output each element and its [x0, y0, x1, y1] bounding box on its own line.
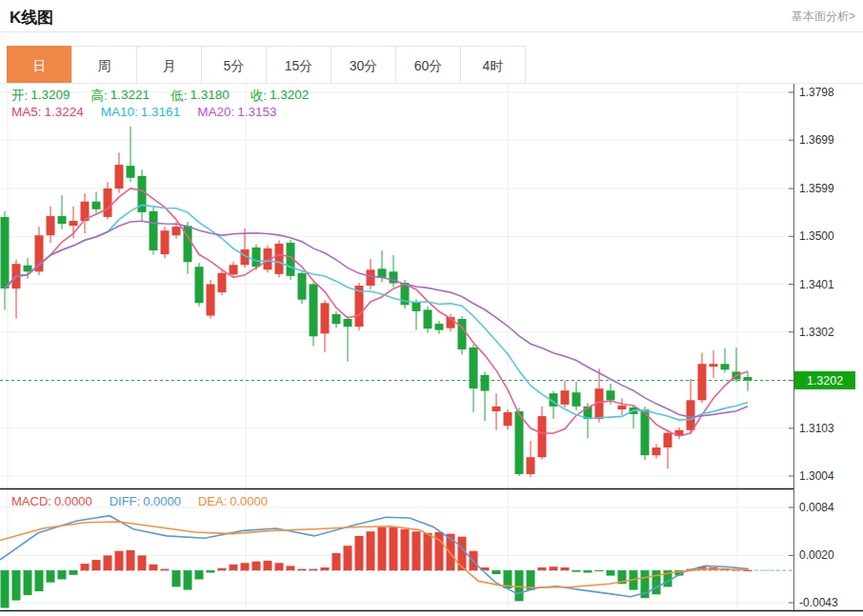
tab-week[interactable]: 周 [71, 46, 137, 84]
tab-4hour[interactable]: 4时 [460, 46, 526, 84]
svg-text:1.3599: 1.3599 [799, 182, 834, 195]
tab-month[interactable]: 月 [136, 46, 202, 84]
svg-text:0.0084: 0.0084 [799, 501, 834, 514]
tab-5min[interactable]: 5分 [201, 46, 267, 84]
svg-text:0.0020: 0.0020 [799, 548, 834, 562]
svg-text:1.3004: 1.3004 [799, 469, 834, 483]
kline-widget: K线图 基本面分析> 日 周 月 5分 15分 30分 60分 4时 1.379… [0, 0, 863, 616]
page-title: K线图 [10, 7, 53, 29]
svg-text:1.3302: 1.3302 [799, 326, 834, 339]
period-tabbar: 日 周 月 5分 15分 30分 60分 4时 [8, 46, 526, 84]
kline-chart[interactable]: 1.37981.36991.35991.35001.34011.33021.32… [0, 84, 863, 616]
tab-60min[interactable]: 60分 [395, 46, 461, 84]
svg-text:1.3699: 1.3699 [799, 133, 834, 147]
tab-day[interactable]: 日 [7, 46, 72, 84]
svg-text:1.3103: 1.3103 [799, 422, 834, 435]
price-axis: 1.37981.36991.35991.35001.34011.33021.32… [789, 84, 838, 610]
ma-lines [5, 189, 748, 436]
svg-text:1.3798: 1.3798 [799, 86, 834, 99]
svg-text:1.3202: 1.3202 [807, 374, 843, 387]
header-divider [0, 31, 863, 32]
current-price-badge: 1.3202 [794, 371, 855, 389]
tab-30min[interactable]: 30分 [331, 46, 396, 84]
svg-text:1.3401: 1.3401 [799, 278, 834, 291]
svg-text:1.3500: 1.3500 [799, 229, 834, 243]
svg-text:-0.0043: -0.0043 [799, 596, 838, 609]
candles-layer [1, 127, 753, 477]
macd-panel [0, 516, 793, 608]
fundamental-analysis-link[interactable]: 基本面分析> [792, 9, 855, 25]
tab-15min[interactable]: 15分 [266, 46, 331, 84]
